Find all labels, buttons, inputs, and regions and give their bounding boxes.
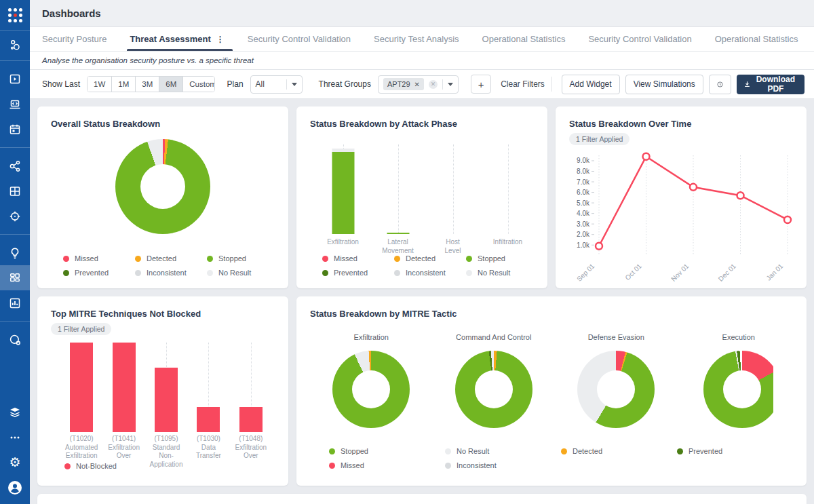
x-tick-label: Sep 01: [575, 262, 596, 282]
history-button[interactable]: [709, 75, 731, 94]
sidebar-item-detections[interactable]: [0, 203, 30, 229]
legend-item: Missed: [63, 254, 135, 263]
legend-label: Inconsistent: [457, 461, 497, 469]
plan-select[interactable]: All: [250, 75, 303, 94]
chart-legend: MissedDetectedStoppedPreventedInconsiste…: [63, 254, 279, 277]
bar[interactable]: [155, 368, 178, 432]
sidebar-item-assessments[interactable]: [0, 66, 30, 92]
tactic-label: Command And Control: [456, 333, 531, 341]
legend-item: Missed: [322, 254, 394, 263]
bar-category-label: LateralMovement: [370, 238, 425, 255]
stacked-bar[interactable]: [332, 149, 354, 234]
data-point-marker[interactable]: [643, 153, 650, 160]
range-6m[interactable]: 6M: [159, 77, 183, 92]
bar-category-label: (T1030)DataTransfer: [187, 435, 229, 469]
threat-groups-select[interactable]: APT29 ✕ ✕: [378, 75, 459, 94]
legend-item: Detected: [394, 254, 466, 263]
monitor-play-icon: [8, 73, 22, 86]
add-filter-button[interactable]: +: [471, 75, 491, 94]
chip-remove-icon[interactable]: ✕: [414, 81, 420, 88]
calendar-icon: [8, 123, 22, 136]
page-title: Dashboards: [42, 7, 101, 19]
sidebar-item-integrations[interactable]: [0, 153, 30, 178]
sidebar-item-attack-lab[interactable]: [0, 92, 30, 117]
y-tick-label: 1.0k: [577, 241, 590, 249]
sidebar-item-environments[interactable]: [0, 400, 30, 425]
range-1w[interactable]: 1W: [88, 77, 112, 92]
legend-label: Detected: [406, 254, 435, 263]
donut-hole: [597, 370, 635, 408]
bar-column: [370, 144, 425, 234]
tab-security-control-validation[interactable]: Security Control Validation: [588, 27, 691, 51]
data-point-marker[interactable]: [737, 192, 744, 199]
filter-bar-actions: Add Widget View Simulations Download PDF: [551, 75, 805, 94]
bar[interactable]: [197, 407, 220, 432]
bar[interactable]: [239, 407, 263, 432]
tab-security-control-validation[interactable]: Security Control Validation: [248, 27, 351, 51]
view-simulations-button[interactable]: View Simulations: [625, 75, 703, 94]
sidebar-item-results[interactable]: [0, 178, 30, 203]
stacked-bar[interactable]: [387, 233, 409, 234]
widget-partial-next-row[interactable]: [37, 494, 807, 504]
legend-item: Stopped: [329, 447, 445, 455]
tab-security-test-analysis[interactable]: Security Test Analysis: [374, 27, 459, 51]
globe-gear-icon: [8, 333, 22, 347]
widget-title: Status Breakdown by Attack Phase: [296, 106, 547, 129]
dashboards-widgets-icon: [8, 271, 22, 285]
range-1m[interactable]: 1M: [112, 77, 136, 92]
widget-status-by-mitre-tactic[interactable]: Status Breakdown by MITRE Tactic Exfiltr…: [296, 296, 807, 486]
x-tick-label: Nov 01: [670, 262, 690, 282]
app-logo[interactable]: [0, 0, 30, 30]
widget-status-over-time[interactable]: Status Breakdown Over Time 1 Filter Appl…: [556, 106, 807, 288]
legend-label: No Result: [478, 269, 510, 277]
filter-bar: Show Last 1W1M3M6MCustom Plan All Threat…: [30, 70, 814, 99]
sidebar-item-settings[interactable]: ⚙: [0, 450, 30, 475]
kebab-menu-icon[interactable]: ⋮: [216, 35, 225, 44]
sidebar-item-scheduler[interactable]: [0, 117, 30, 142]
range-3m[interactable]: 3M: [136, 77, 159, 92]
sidebar-item-account[interactable]: [0, 475, 30, 500]
tab-security-posture[interactable]: Security Posture: [42, 27, 106, 51]
legend-column: No ResultInconsistent: [445, 447, 561, 469]
grid-guide-line: [398, 144, 399, 234]
widget-top-mitre-techniques[interactable]: Top MITRE Techniques Not Blocked 1 Filte…: [37, 296, 288, 486]
y-tick-label: 9.0k: [577, 157, 590, 164]
attack-phase-bar-plot: [315, 144, 535, 234]
bar[interactable]: [70, 343, 93, 432]
data-point-marker[interactable]: [596, 243, 602, 250]
sidebar-item-dashboards[interactable]: [0, 265, 30, 290]
clear-selection-icon[interactable]: ✕: [429, 80, 438, 89]
range-custom[interactable]: Custom: [183, 77, 214, 92]
grid-guide-line: [453, 144, 454, 234]
data-point-marker[interactable]: [690, 184, 697, 191]
bar-segment-stopped: [387, 233, 409, 234]
overall-status-donut: [115, 139, 210, 234]
legend-label: Missed: [334, 254, 357, 263]
sidebar-item-more[interactable]: [0, 425, 30, 450]
sidebar-item-scenarios[interactable]: [0, 31, 30, 60]
chart-legend: MissedDetectedStoppedPreventedInconsiste…: [322, 254, 538, 277]
bar[interactable]: [113, 343, 136, 432]
legend-label: Stopped: [341, 447, 368, 455]
legend-item: Prevented: [322, 269, 394, 277]
legend-item: Inconsistent: [394, 269, 466, 277]
tab-operational-statistics[interactable]: Operational Statistics: [482, 27, 566, 51]
widget-status-by-attack-phase[interactable]: Status Breakdown by Attack Phase Exfiltr…: [296, 106, 547, 288]
data-point-marker[interactable]: [784, 216, 791, 223]
tab-operational-statistics[interactable]: Operational Statistics: [715, 27, 798, 51]
donut-clip: [455, 351, 532, 428]
sidebar-item-reports[interactable]: [0, 290, 30, 315]
ellipsis-icon: [8, 431, 22, 444]
threat-group-chip[interactable]: APT29 ✕: [383, 78, 424, 90]
legend-dot: [322, 270, 328, 276]
legend-dot: [322, 256, 328, 262]
widget-overall-status-breakdown[interactable]: Overall Status Breakdown MissedDetectedS…: [37, 106, 288, 288]
download-pdf-button[interactable]: Download PDF: [737, 75, 805, 94]
tab-threat-assessment[interactable]: Threat Assessment⋮: [130, 27, 224, 51]
tactic-donut-cell: Exfiltration: [310, 333, 433, 428]
add-widget-button[interactable]: Add Widget: [562, 75, 620, 94]
clear-filters-link[interactable]: Clear Filters: [501, 79, 545, 89]
legend-dot: [394, 256, 400, 262]
sidebar-item-threat-intel[interactable]: [0, 327, 30, 352]
sidebar-item-insights[interactable]: [0, 240, 30, 265]
